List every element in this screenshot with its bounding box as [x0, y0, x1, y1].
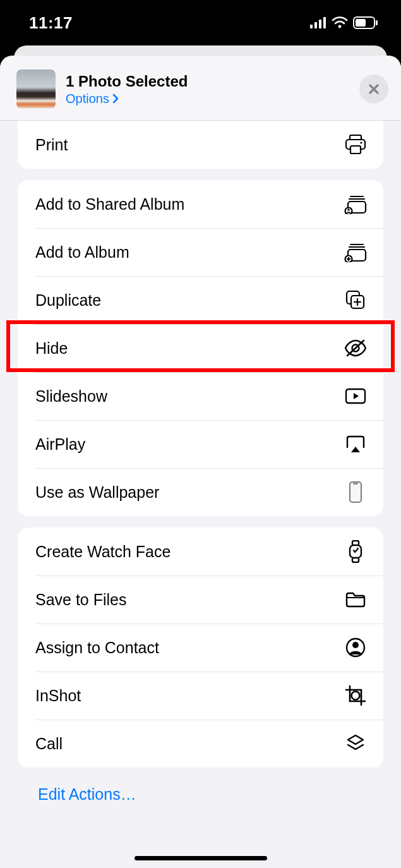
airplay-icon	[343, 435, 368, 454]
svg-rect-23	[353, 483, 358, 485]
action-duplicate[interactable]: Duplicate	[18, 276, 383, 324]
contact-icon	[343, 637, 368, 658]
svg-rect-0	[310, 25, 313, 28]
svg-point-14	[347, 208, 349, 210]
action-add-album[interactable]: Add to Album	[18, 228, 383, 276]
actions-content: Print Add to Shared Album Add to Album	[0, 121, 401, 864]
action-label: Slideshow	[35, 387, 107, 406]
action-label: Use as Wallpaper	[35, 483, 159, 502]
action-label: Add to Shared Album	[35, 195, 184, 214]
printer-icon	[343, 135, 368, 155]
close-icon	[368, 83, 380, 95]
action-save-files[interactable]: Save to Files	[18, 576, 383, 624]
selection-title: 1 Photo Selected	[66, 73, 359, 90]
svg-point-11	[360, 142, 362, 143]
action-wallpaper[interactable]: Use as Wallpaper	[18, 468, 383, 516]
action-label: Add to Album	[35, 243, 129, 262]
add-album-icon	[343, 242, 368, 262]
folder-icon	[343, 591, 368, 608]
action-label: Hide	[35, 339, 68, 358]
svg-point-13	[345, 208, 352, 215]
close-button[interactable]	[359, 75, 388, 104]
status-icons-group	[310, 16, 378, 29]
svg-point-28	[352, 692, 360, 700]
eye-slash-icon	[343, 339, 368, 357]
play-rect-icon	[343, 388, 368, 404]
action-call[interactable]: Call	[18, 720, 383, 768]
edit-actions-label: Edit Actions…	[38, 785, 136, 803]
layers-icon	[343, 733, 368, 754]
action-add-shared-album[interactable]: Add to Shared Album	[18, 180, 383, 228]
battery-icon	[353, 16, 378, 29]
action-inshot[interactable]: InShot	[18, 672, 383, 720]
svg-point-27	[352, 642, 359, 648]
action-airplay[interactable]: AirPlay	[18, 420, 383, 468]
svg-rect-22	[350, 482, 361, 502]
sheet-header: 1 Photo Selected Options	[0, 56, 401, 121]
action-label: InShot	[35, 687, 81, 705]
svg-rect-7	[376, 20, 378, 25]
phone-outline-icon	[343, 481, 368, 503]
cellular-icon	[310, 17, 326, 28]
share-sheet: 1 Photo Selected Options Print	[0, 56, 401, 868]
status-time: 11:17	[29, 13, 73, 33]
action-group-2: Add to Shared Album Add to Album Duplica…	[18, 180, 383, 516]
svg-rect-2	[319, 20, 321, 28]
home-indicator[interactable]	[135, 856, 267, 860]
action-label: Save to Files	[35, 591, 127, 609]
duplicate-icon	[343, 290, 368, 310]
action-label: Create Watch Face	[35, 543, 171, 561]
photo-thumbnail[interactable]	[16, 69, 56, 109]
svg-point-4	[338, 25, 342, 28]
svg-rect-6	[356, 19, 366, 27]
action-print[interactable]: Print	[18, 121, 383, 169]
action-hide[interactable]: Hide	[18, 324, 383, 372]
options-label: Options	[66, 92, 109, 106]
action-label: Call	[35, 735, 63, 753]
watch-icon	[343, 540, 368, 563]
wifi-icon	[332, 16, 348, 29]
action-watch-face[interactable]: Create Watch Face	[18, 527, 383, 576]
action-label: Print	[35, 136, 68, 154]
edit-actions-button[interactable]: Edit Actions…	[18, 768, 383, 804]
action-group-3: Create Watch Face Save to Files Assign t…	[18, 527, 383, 768]
shared-album-icon	[343, 194, 368, 214]
svg-rect-1	[314, 22, 317, 28]
action-label: AirPlay	[35, 435, 85, 454]
action-slideshow[interactable]: Slideshow	[18, 372, 383, 420]
action-label: Assign to Contact	[35, 639, 159, 657]
svg-rect-10	[350, 146, 361, 154]
status-bar: 11:17	[0, 0, 401, 45]
chevron-right-icon	[112, 93, 119, 104]
options-button[interactable]: Options	[66, 92, 119, 106]
action-group-1: Print	[18, 121, 383, 169]
svg-rect-3	[323, 17, 326, 28]
inshot-icon	[343, 685, 368, 706]
action-label: Duplicate	[35, 291, 101, 310]
action-assign-contact[interactable]: Assign to Contact	[18, 624, 383, 672]
